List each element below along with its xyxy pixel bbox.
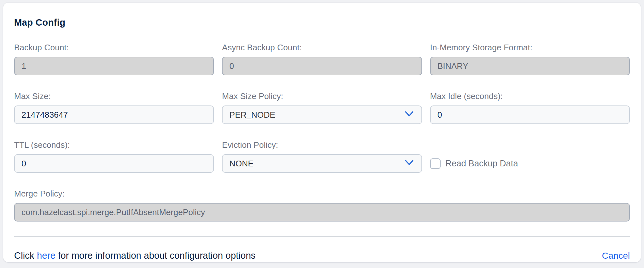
field-backup-count: Backup Count:	[14, 43, 214, 75]
page-title: Map Config	[14, 17, 630, 28]
in-memory-storage-format-input[interactable]	[430, 57, 630, 75]
read-backup-data-row: Read Backup Data	[430, 154, 630, 173]
footer: Click here for more information about co…	[14, 250, 630, 261]
backup-count-input[interactable]	[14, 57, 214, 75]
max-size-input[interactable]	[14, 105, 214, 124]
max-idle-input[interactable]	[430, 105, 630, 124]
field-read-backup-data: Read Backup Data	[430, 140, 630, 173]
in-memory-storage-format-label: In-Memory Storage Format:	[430, 43, 630, 53]
footer-info-prefix: Click	[14, 250, 37, 261]
read-backup-data-label: Read Backup Data	[445, 159, 518, 169]
max-size-policy-label: Max Size Policy:	[222, 91, 422, 101]
footer-info-text: Click here for more information about co…	[14, 250, 256, 261]
read-backup-data-checkbox[interactable]	[430, 158, 441, 169]
chevron-down-icon	[404, 159, 414, 169]
eviction-policy-label: Eviction Policy:	[222, 140, 422, 150]
merge-policy-input[interactable]	[14, 203, 630, 222]
map-config-form: Backup Count: Async Backup Count: In-Mem…	[14, 43, 630, 222]
eviction-policy-select[interactable]: NONE	[222, 154, 422, 173]
chevron-down-icon	[404, 110, 414, 120]
ttl-label: TTL (seconds):	[14, 140, 214, 150]
field-merge-policy: Merge Policy:	[14, 189, 630, 222]
max-size-policy-select[interactable]: PER_NODE	[222, 105, 422, 124]
field-max-size: Max Size:	[14, 91, 214, 124]
field-max-idle: Max Idle (seconds):	[430, 91, 630, 124]
field-ttl: TTL (seconds):	[14, 140, 214, 173]
field-async-backup-count: Async Backup Count:	[222, 43, 422, 75]
eviction-policy-value: NONE	[229, 159, 253, 169]
async-backup-count-input[interactable]	[222, 57, 422, 75]
max-size-policy-value: PER_NODE	[229, 110, 275, 120]
merge-policy-label: Merge Policy:	[14, 189, 630, 199]
map-config-panel: Map Config Backup Count: Async Backup Co…	[3, 3, 641, 262]
field-eviction-policy: Eviction Policy: NONE	[222, 140, 422, 173]
max-idle-label: Max Idle (seconds):	[430, 91, 630, 101]
footer-info-suffix: for more information about configuration…	[55, 250, 256, 261]
field-in-memory-storage-format: In-Memory Storage Format:	[430, 43, 630, 75]
backup-count-label: Backup Count:	[14, 43, 214, 53]
more-info-link[interactable]: here	[37, 250, 55, 261]
footer-divider	[14, 236, 630, 237]
field-max-size-policy: Max Size Policy: PER_NODE	[222, 91, 422, 124]
cancel-link[interactable]: Cancel	[602, 251, 630, 261]
max-size-label: Max Size:	[14, 91, 214, 101]
async-backup-count-label: Async Backup Count:	[222, 43, 422, 53]
ttl-input[interactable]	[14, 154, 214, 173]
